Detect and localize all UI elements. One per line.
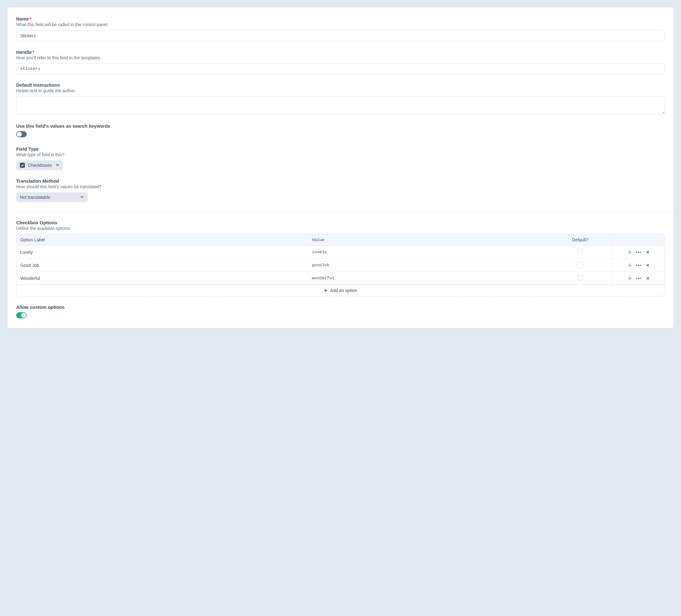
field-type-help: What type of field is this?: [16, 152, 665, 157]
svg-point-1: [629, 253, 630, 254]
option-label-cell[interactable]: Lovely: [17, 246, 308, 259]
field-allow-custom: Allow custom options: [16, 304, 665, 319]
instructions-input[interactable]: [16, 96, 665, 114]
table-row: Good JobgoodJob•••: [17, 259, 664, 272]
move-icon[interactable]: [628, 276, 632, 280]
column-header-label: Option Label: [17, 234, 308, 246]
svg-point-14: [629, 278, 630, 279]
add-option-label: Add an option: [330, 288, 357, 293]
allow-custom-label: Allow custom options: [16, 304, 665, 310]
svg-point-4: [629, 252, 630, 252]
option-default-cell: [548, 259, 613, 272]
options-table: Option Label Value Default? Lovelylovely…: [16, 234, 665, 285]
option-label-cell[interactable]: Good Job: [17, 259, 308, 272]
name-input[interactable]: [16, 30, 665, 41]
svg-point-5: [629, 264, 630, 264]
name-label: Name*: [16, 16, 665, 22]
field-searchable: Use this field's values as search keywor…: [16, 123, 665, 138]
add-option-button[interactable]: Add an option: [16, 285, 665, 296]
field-type: Field Type What type of field is this? C…: [16, 146, 665, 170]
close-icon[interactable]: [646, 263, 650, 267]
handle-input[interactable]: [16, 63, 665, 74]
instructions-help: Helper text to guide the author.: [16, 88, 665, 93]
column-header-value: Value: [308, 234, 548, 246]
field-type-label: Field Type: [16, 146, 665, 152]
column-header-actions: [613, 234, 664, 246]
default-checkbox[interactable]: [578, 249, 583, 255]
chevron-down-icon: [80, 195, 84, 200]
options-help: Define the available options.: [16, 226, 665, 231]
searchable-label: Use this field's values as search keywor…: [16, 123, 665, 129]
plus-icon: [324, 289, 328, 292]
field-name: Name* What this field will be called in …: [16, 16, 665, 41]
option-default-cell: [548, 246, 613, 259]
field-checkbox-options: Checkbox Options Define the available op…: [16, 220, 665, 296]
option-label-cell[interactable]: Wonderful: [17, 272, 308, 285]
svg-point-7: [628, 265, 629, 266]
field-type-select[interactable]: Checkboxes: [16, 160, 63, 170]
handle-help: How you'll refer to this field in the te…: [16, 55, 665, 60]
section-general: Name* What this field will be called in …: [7, 7, 674, 211]
svg-point-8: [631, 265, 631, 266]
chevron-down-icon: [56, 163, 59, 168]
options-label: Checkbox Options: [16, 220, 665, 225]
svg-point-10: [629, 277, 630, 277]
translation-select[interactable]: Not translatable: [16, 192, 87, 202]
svg-point-6: [629, 266, 630, 267]
table-row: Lovelylovely•••: [17, 246, 664, 259]
more-icon[interactable]: •••: [636, 250, 642, 255]
svg-point-3: [631, 252, 631, 252]
translation-value: Not translatable: [20, 195, 50, 200]
option-default-cell: [548, 272, 613, 285]
more-icon[interactable]: •••: [636, 263, 642, 267]
field-type-value: Checkboxes: [28, 163, 52, 168]
handle-label: Handle*: [16, 49, 665, 55]
option-value-cell[interactable]: wonderful: [308, 272, 548, 285]
field-handle: Handle* How you'll refer to this field i…: [16, 49, 665, 74]
option-value-cell[interactable]: goodJob: [308, 259, 548, 272]
option-value-cell[interactable]: lovely: [308, 246, 548, 259]
field-translation: Translation Method How should this field…: [16, 178, 665, 202]
section-options: Checkbox Options Define the available op…: [7, 211, 674, 328]
instructions-label: Default Instructions: [16, 82, 665, 88]
searchable-toggle[interactable]: [16, 131, 27, 137]
svg-point-2: [628, 252, 629, 252]
default-checkbox[interactable]: [578, 262, 583, 267]
option-actions-cell: •••: [613, 272, 664, 285]
close-icon[interactable]: [646, 250, 650, 254]
option-actions-cell: •••: [613, 246, 664, 259]
more-icon[interactable]: •••: [636, 276, 642, 280]
required-mark-icon: *: [29, 16, 31, 22]
option-actions-cell: •••: [613, 259, 664, 272]
field-settings-panel: Name* What this field will be called in …: [7, 7, 674, 328]
default-checkbox[interactable]: [578, 275, 583, 280]
table-row: Wonderfulwonderful•••: [17, 272, 664, 285]
svg-point-9: [629, 265, 630, 266]
translation-label: Translation Method: [16, 178, 665, 184]
required-mark-icon: *: [32, 49, 34, 55]
move-icon[interactable]: [628, 263, 632, 267]
svg-point-11: [629, 279, 630, 280]
column-header-default: Default?: [548, 234, 613, 246]
svg-point-0: [629, 251, 630, 251]
svg-point-12: [628, 278, 629, 279]
close-icon[interactable]: [646, 276, 650, 280]
move-icon[interactable]: [628, 250, 632, 254]
allow-custom-toggle[interactable]: [16, 312, 27, 318]
name-help: What this field will be called in the co…: [16, 22, 665, 27]
field-instructions: Default Instructions Helper text to guid…: [16, 82, 665, 115]
checkbox-icon: [20, 163, 25, 168]
svg-point-13: [631, 278, 631, 279]
translation-help: How should this field's values be transl…: [16, 184, 665, 189]
